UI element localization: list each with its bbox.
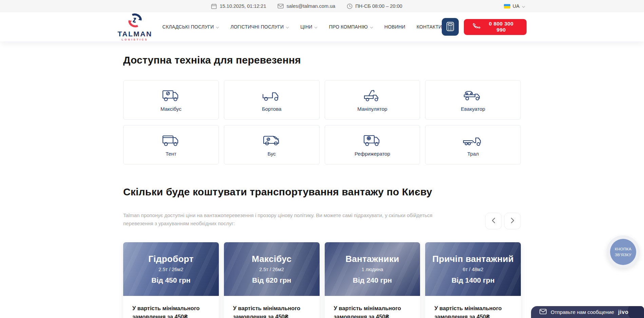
tow-truck-icon — [462, 88, 484, 103]
pricing-card-maxibus[interactable]: Максібус 2.5т / 26м2 Від 620 грн У варті… — [224, 242, 320, 318]
card-capacity: 2.5т / 26м2 — [158, 267, 183, 272]
chevron-left-icon — [492, 218, 495, 224]
main-content: Доступна техніка для перевезення Максібу… — [123, 41, 521, 318]
nav-prices[interactable]: ЦІНИ — [300, 24, 318, 30]
card-capacity: 2.5т / 26м2 — [259, 267, 284, 272]
equipment-card-low-loader[interactable]: Трал — [425, 125, 521, 164]
card-capacity: 1 людина — [362, 267, 383, 272]
jivo-chat-bar[interactable]: Отправьте нам сообщение jivo — [531, 306, 644, 318]
equipment-card-maxibus[interactable]: Максібус — [123, 80, 219, 120]
chevron-down-icon — [370, 24, 373, 30]
equipment-section-title: Доступна техніка для перевезення — [123, 41, 521, 66]
equipment-label: Трал — [467, 151, 479, 157]
talman-logo[interactable]: TALMAN LOGISTICS — [118, 13, 152, 41]
equipment-card-crane[interactable]: Маніпулятор — [325, 80, 420, 120]
nav-about-company[interactable]: ПРО КОМПАНІЮ — [329, 24, 373, 30]
maxibus-truck-icon — [160, 88, 182, 103]
page: 15.10.2025, 01:12:21 sales@talman.com.ua… — [0, 0, 644, 318]
chat-message-text: Отправьте нам сообщение — [551, 309, 614, 315]
card-photo: Вантажники 1 людина Від 240 грн — [325, 242, 420, 296]
card-title: Вантажники — [345, 254, 399, 264]
van-icon — [261, 133, 283, 148]
nav-logistics-services[interactable]: ЛОГІСТИЧНІ ПОСЛУГИ — [230, 24, 289, 30]
email[interactable]: sales@talman.com.ua — [278, 3, 335, 9]
equipment-card-flatbed[interactable]: Бортова — [224, 80, 320, 120]
equipment-label: Максібус — [160, 106, 182, 112]
card-note: У вартість мінімального замовлення за 45… — [132, 304, 210, 318]
card-note: У вартість мінімального замовлення за 45… — [334, 304, 411, 318]
equipment-label: Тент — [166, 151, 176, 157]
chat-envelope-icon — [539, 309, 547, 316]
nav-label: ЛОГІСТИЧНІ ПОСЛУГИ — [230, 24, 284, 30]
logo-wordmark: TALMAN — [118, 30, 152, 37]
low-loader-truck-icon — [462, 133, 484, 148]
envelope-icon — [278, 4, 284, 8]
calculator-button[interactable] — [442, 18, 458, 36]
pricing-card-loaders[interactable]: Вантажники 1 людина Від 240 грн У вартіс… — [325, 242, 420, 318]
language-switcher[interactable]: UA — [504, 0, 525, 12]
nav-label: СКЛАДСЬКІ ПОСЛУГИ — [163, 24, 214, 30]
phone-button[interactable]: 0 800 300 990 — [464, 19, 527, 35]
equipment-card-van[interactable]: Бус — [224, 125, 320, 164]
ukraine-flag-icon — [504, 4, 510, 8]
carousel-next-button[interactable] — [504, 213, 521, 229]
equipment-label: Бус — [267, 151, 276, 157]
chevron-down-icon — [286, 24, 289, 30]
working-hours: ПН-СБ 08:00 – 20:00 — [347, 3, 402, 9]
equipment-card-tow[interactable]: Евакуатор — [425, 80, 521, 120]
email-text: sales@talman.com.ua — [286, 3, 335, 9]
equipment-card-tent[interactable]: Тент — [123, 125, 219, 164]
calendar-icon — [211, 3, 217, 9]
carousel-prev-button[interactable] — [485, 213, 502, 229]
card-capacity: 6т / 48м2 — [463, 267, 484, 272]
card-note: У вартість мінімального замовлення за 45… — [233, 304, 310, 318]
datetime: 15.10.2025, 01:12:21 — [211, 3, 266, 9]
pricing-card-cargo-trailer[interactable]: Причіп вантажний 6т / 48м2 Від 1400 грн … — [425, 242, 521, 318]
pricing-description: Talman пропонує доступні ціни на вантажо… — [123, 211, 434, 228]
card-price: Від 620 грн — [252, 276, 291, 284]
topbar: 15.10.2025, 01:12:21 sales@talman.com.ua… — [0, 0, 644, 12]
pricing-section-title: Скільки буде коштувати транспортування в… — [123, 186, 521, 198]
equipment-card-refrigerator[interactable]: Рефрижератор — [325, 125, 420, 164]
clock-icon — [347, 3, 353, 9]
contact-fab-label: КНОПКА ЗВ'ЯЗКУ — [610, 239, 636, 265]
topbar-info: 15.10.2025, 01:12:21 sales@talman.com.ua… — [211, 3, 402, 9]
logo-subtitle: LOGISTICS — [121, 38, 148, 41]
equipment-grid: Максібус Бортова Маніпул — [123, 80, 521, 164]
card-title: Гідроборт — [148, 254, 193, 264]
logo-emblem-icon — [127, 13, 143, 30]
chevron-down-icon — [216, 24, 219, 30]
chevron-down-icon — [522, 3, 525, 9]
jivo-logo: jivo — [618, 309, 629, 315]
flatbed-truck-icon — [261, 88, 283, 103]
nav-news[interactable]: НОВИНИ — [384, 24, 405, 30]
card-note: У вартість мінімального замовлення за 45… — [434, 304, 512, 318]
contact-fab[interactable]: КНОПКА ЗВ'ЯЗКУ — [607, 235, 640, 268]
carousel-controls — [485, 213, 521, 229]
card-title: Максібус — [252, 254, 291, 264]
card-photo: Максібус 2.5т / 26м2 Від 620 грн — [224, 242, 320, 296]
hours-text: ПН-СБ 08:00 – 20:00 — [355, 3, 402, 9]
pricing-intro-row: Talman пропонує доступні ціни на вантажо… — [123, 211, 521, 229]
chevron-down-icon — [314, 24, 318, 30]
calculator-icon — [446, 22, 454, 32]
equipment-label: Евакуатор — [461, 106, 485, 112]
equipment-label: Бортова — [262, 106, 281, 112]
equipment-label: Маніпулятор — [357, 106, 387, 112]
phone-icon — [473, 23, 481, 31]
phone-number: 0 800 300 990 — [485, 21, 518, 33]
nav-label: КОНТАКТИ — [417, 24, 442, 30]
nav-contacts[interactable]: КОНТАКТИ — [417, 24, 442, 30]
nav-warehouse-services[interactable]: СКЛАДСЬКІ ПОСЛУГИ — [163, 24, 220, 30]
datetime-text: 15.10.2025, 01:12:21 — [220, 3, 266, 9]
card-photo: Причіп вантажний 6т / 48м2 Від 1400 грн — [425, 242, 521, 296]
equipment-label: Рефрижератор — [355, 151, 390, 157]
card-photo: Гідроборт 2.5т / 26м2 Від 450 грн — [123, 242, 219, 296]
pricing-card-hydroboard[interactable]: Гідроборт 2.5т / 26м2 Від 450 грн У варт… — [123, 242, 219, 318]
nav-label: ПРО КОМПАНІЮ — [329, 24, 367, 30]
card-price: Від 1400 грн — [452, 276, 495, 284]
nav-label: НОВИНИ — [384, 24, 405, 30]
card-title: Причіп вантажний — [432, 254, 514, 264]
crane-truck-icon — [361, 88, 383, 103]
nav-label: ЦІНИ — [300, 24, 312, 30]
